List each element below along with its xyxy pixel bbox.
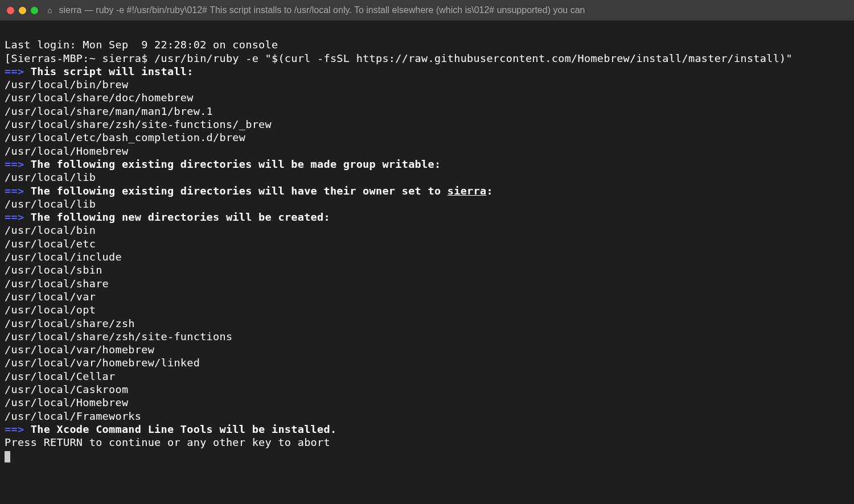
heading-xcode-text: The Xcode Command Line Tools will be ins…	[24, 423, 336, 435]
window-title: sierra — ruby -e #!/usr/bin/ruby\012# Th…	[59, 5, 585, 15]
terminal-content[interactable]: Last login: Mon Sep 9 22:28:02 on consol…	[0, 20, 854, 480]
heading-owner: ==> The following existing directories w…	[5, 184, 849, 197]
install-path: /usr/local/share/man/man1/brew.1	[5, 105, 849, 118]
close-window-button[interactable]	[7, 7, 14, 14]
newdir-path: /usr/local/sbin	[5, 263, 849, 276]
arrow-icon: ==>	[5, 211, 24, 223]
newdir-path: /usr/local/var/homebrew/linked	[5, 356, 849, 369]
window-titlebar: ⌂ sierra — ruby -e #!/usr/bin/ruby\012# …	[0, 0, 854, 20]
heading-owner-post: :	[486, 185, 492, 197]
newdir-path: /usr/local/Frameworks	[5, 410, 849, 423]
newdir-path: /usr/local/opt	[5, 303, 849, 316]
newdir-path: /usr/local/Cellar	[5, 370, 849, 383]
heading-writable-text: The following existing directories will …	[24, 158, 441, 170]
newdir-path: /usr/local/share/zsh	[5, 317, 849, 330]
install-path: /usr/local/bin/brew	[5, 78, 849, 91]
minimize-window-button[interactable]	[19, 7, 26, 14]
heading-install-text: This script will install:	[24, 65, 193, 77]
newdir-path: /usr/local/bin	[5, 224, 849, 237]
home-icon: ⌂	[47, 6, 52, 15]
owner-username: sierra	[447, 185, 487, 197]
arrow-icon: ==>	[5, 185, 24, 197]
newdir-path: /usr/local/Caskroom	[5, 383, 849, 396]
newdir-path: /usr/local/share/zsh/site-functions	[5, 330, 849, 343]
heading-install: ==> This script will install:	[5, 65, 849, 78]
writable-path: /usr/local/lib	[5, 171, 849, 184]
newdir-path: /usr/local/var	[5, 290, 849, 303]
shell-prompt: [Sierras-MBP:~ sierra$	[5, 52, 154, 64]
newdir-path: /usr/local/Homebrew	[5, 396, 849, 409]
install-path: /usr/local/share/doc/homebrew	[5, 91, 849, 104]
command-text: /usr/bin/ruby -e "$(curl -fsSL https://r…	[154, 52, 793, 64]
newdir-path: /usr/local/share	[5, 277, 849, 290]
maximize-window-button[interactable]	[31, 7, 38, 14]
install-path: /usr/local/etc/bash_completion.d/brew	[5, 131, 849, 144]
terminal-cursor	[5, 451, 10, 462]
heading-newdir-text: The following new directories will be cr…	[24, 211, 330, 223]
last-login-line: Last login: Mon Sep 9 22:28:02 on consol…	[5, 38, 849, 51]
arrow-icon: ==>	[5, 65, 24, 77]
install-path: /usr/local/Homebrew	[5, 144, 849, 158]
cursor-line	[5, 449, 849, 462]
command-line: [Sierras-MBP:~ sierra$ /usr/bin/ruby -e …	[5, 52, 849, 65]
traffic-lights	[7, 7, 38, 14]
owner-path: /usr/local/lib	[5, 197, 849, 210]
heading-xcode: ==> The Xcode Command Line Tools will be…	[5, 423, 849, 436]
newdir-path: /usr/local/etc	[5, 237, 849, 250]
arrow-icon: ==>	[5, 158, 24, 170]
heading-writable: ==> The following existing directories w…	[5, 158, 849, 171]
heading-newdir: ==> The following new directories will b…	[5, 210, 849, 224]
newdir-path: /usr/local/var/homebrew	[5, 343, 849, 356]
arrow-icon: ==>	[5, 423, 24, 435]
prompt-continue: Press RETURN to continue or any other ke…	[5, 436, 849, 449]
newdir-path: /usr/local/include	[5, 250, 849, 263]
heading-owner-pre: The following existing directories will …	[24, 185, 447, 197]
install-path: /usr/local/share/zsh/site-functions/_bre…	[5, 118, 849, 131]
